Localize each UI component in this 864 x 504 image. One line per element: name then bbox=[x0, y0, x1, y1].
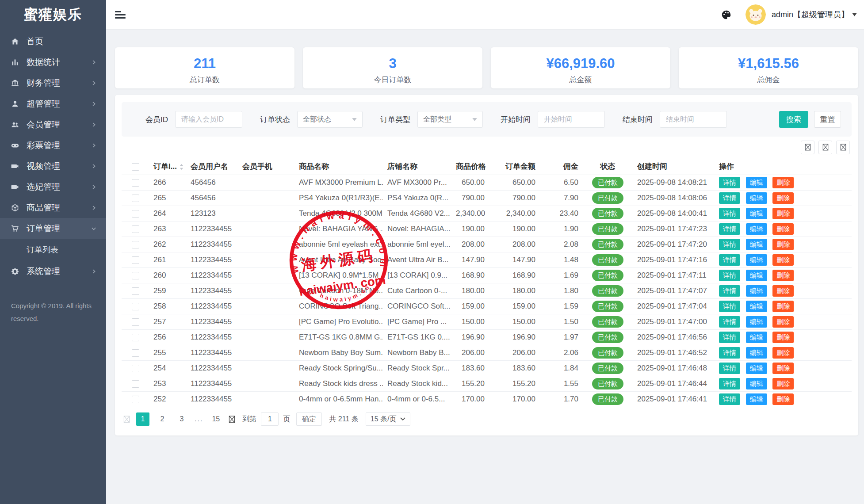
page-number[interactable]: 3 bbox=[175, 412, 188, 426]
detail-button[interactable]: 详情 bbox=[719, 347, 740, 359]
start-time-input[interactable] bbox=[538, 111, 605, 128]
delete-button[interactable]: 删除 bbox=[772, 347, 794, 359]
detail-button[interactable]: 详情 bbox=[719, 285, 740, 297]
detail-button[interactable]: 详情 bbox=[719, 270, 740, 281]
delete-button[interactable]: 删除 bbox=[772, 254, 794, 266]
sidebar-item-orders[interactable]: 订单管理 bbox=[0, 218, 106, 239]
detail-button[interactable]: 详情 bbox=[719, 378, 740, 389]
detail-button[interactable]: 详情 bbox=[719, 393, 740, 405]
row-checkbox[interactable] bbox=[132, 256, 139, 264]
detail-button[interactable]: 详情 bbox=[719, 301, 740, 312]
sidebar-item-products[interactable]: 商品管理 bbox=[0, 197, 106, 218]
detail-button[interactable]: 详情 bbox=[719, 363, 740, 374]
delete-button[interactable]: 删除 bbox=[772, 270, 794, 281]
search-button[interactable]: 搜索 bbox=[779, 111, 808, 128]
edit-button[interactable]: 编辑 bbox=[746, 301, 767, 312]
sidebar-item-finance[interactable]: 财务管理 bbox=[0, 73, 106, 93]
theme-palette-icon[interactable] bbox=[721, 10, 731, 20]
delete-button[interactable]: 删除 bbox=[772, 378, 794, 389]
edit-button[interactable]: 编辑 bbox=[746, 254, 767, 266]
sidebar-item-system[interactable]: 系统管理 bbox=[0, 261, 106, 282]
page-number[interactable]: 2 bbox=[156, 412, 169, 426]
toolbar-filter-icon[interactable] bbox=[801, 141, 814, 154]
sidebar-item-xuanfei[interactable]: 选妃管理 bbox=[0, 176, 106, 197]
edit-button[interactable]: 编辑 bbox=[746, 378, 767, 389]
delete-button[interactable]: 删除 bbox=[772, 301, 794, 312]
username-dropdown[interactable]: admin【超级管理员】 bbox=[772, 9, 849, 20]
detail-button[interactable]: 详情 bbox=[719, 223, 740, 235]
edit-button[interactable]: 编辑 bbox=[746, 177, 767, 188]
row-checkbox[interactable] bbox=[132, 318, 139, 326]
edit-button[interactable]: 编辑 bbox=[746, 239, 767, 250]
detail-button[interactable]: 详情 bbox=[719, 208, 740, 219]
column-order-id[interactable]: 订单I... bbox=[153, 162, 177, 171]
row-checkbox[interactable] bbox=[132, 241, 139, 248]
goto-page-input[interactable] bbox=[261, 412, 279, 426]
menu-toggle-icon[interactable] bbox=[115, 11, 126, 19]
prev-page-icon[interactable] bbox=[123, 416, 130, 423]
delete-button[interactable]: 删除 bbox=[772, 363, 794, 374]
delete-button[interactable]: 删除 bbox=[772, 239, 794, 250]
sidebar-item-order-list[interactable]: 订单列表 bbox=[0, 239, 106, 261]
edit-button[interactable]: 编辑 bbox=[746, 270, 767, 281]
row-checkbox[interactable] bbox=[132, 396, 139, 403]
delete-button[interactable]: 删除 bbox=[772, 332, 794, 343]
edit-button[interactable]: 编辑 bbox=[746, 316, 767, 328]
detail-button[interactable]: 详情 bbox=[719, 239, 740, 250]
users-icon bbox=[11, 120, 20, 129]
page-number-last[interactable]: 15 bbox=[209, 412, 222, 426]
sidebar-item-members[interactable]: 会员管理 bbox=[0, 114, 106, 135]
delete-button[interactable]: 删除 bbox=[772, 208, 794, 219]
order-status-select[interactable]: 全部状态 bbox=[297, 111, 363, 128]
row-checkbox[interactable] bbox=[132, 334, 139, 341]
row-checkbox[interactable] bbox=[132, 380, 139, 388]
delete-button[interactable]: 删除 bbox=[772, 192, 794, 204]
member-id-input[interactable] bbox=[175, 111, 242, 128]
page-size-select[interactable]: 15 条/页 bbox=[366, 412, 411, 426]
order-type-select[interactable]: 全部类型 bbox=[417, 111, 483, 128]
edit-button[interactable]: 编辑 bbox=[746, 393, 767, 405]
detail-button[interactable]: 详情 bbox=[719, 332, 740, 343]
delete-button[interactable]: 删除 bbox=[772, 223, 794, 235]
toolbar-print-icon[interactable] bbox=[836, 141, 850, 154]
edit-button[interactable]: 编辑 bbox=[746, 332, 767, 343]
edit-button[interactable]: 编辑 bbox=[746, 192, 767, 204]
edit-button[interactable]: 编辑 bbox=[746, 347, 767, 359]
edit-button[interactable]: 编辑 bbox=[746, 363, 767, 374]
sidebar-item-home[interactable]: 首页 bbox=[0, 31, 106, 52]
detail-button[interactable]: 详情 bbox=[719, 177, 740, 188]
row-checkbox[interactable] bbox=[132, 287, 139, 295]
row-checkbox[interactable] bbox=[132, 303, 139, 310]
select-all-checkbox[interactable] bbox=[132, 163, 139, 171]
edit-button[interactable]: 编辑 bbox=[746, 223, 767, 235]
delete-button[interactable]: 删除 bbox=[772, 393, 794, 405]
goto-confirm-button[interactable]: 确定 bbox=[296, 412, 322, 426]
row-checkbox[interactable] bbox=[132, 210, 139, 218]
reset-button[interactable]: 重置 bbox=[814, 111, 841, 128]
edit-button[interactable]: 编辑 bbox=[746, 208, 767, 219]
detail-button[interactable]: 详情 bbox=[719, 316, 740, 328]
row-checkbox[interactable] bbox=[132, 272, 139, 279]
user-avatar[interactable] bbox=[745, 4, 766, 25]
delete-button[interactable]: 删除 bbox=[772, 177, 794, 188]
detail-button[interactable]: 详情 bbox=[719, 192, 740, 204]
row-checkbox[interactable] bbox=[132, 349, 139, 357]
edit-button[interactable]: 编辑 bbox=[746, 285, 767, 297]
next-page-icon[interactable] bbox=[229, 416, 235, 423]
status-badge: 已付款 bbox=[592, 223, 623, 235]
row-checkbox[interactable] bbox=[132, 225, 139, 233]
sidebar-item-superadmin[interactable]: 超管管理 bbox=[0, 93, 106, 114]
delete-button[interactable]: 删除 bbox=[772, 316, 794, 328]
delete-button[interactable]: 删除 bbox=[772, 285, 794, 297]
sidebar-item-statistics[interactable]: 数据统计 bbox=[0, 52, 106, 73]
toolbar-export-icon[interactable] bbox=[818, 141, 832, 154]
end-time-input[interactable] bbox=[660, 111, 727, 128]
sort-icon[interactable] bbox=[179, 164, 184, 170]
row-checkbox[interactable] bbox=[132, 195, 139, 202]
sidebar-item-video[interactable]: 视频管理 bbox=[0, 156, 106, 176]
row-checkbox[interactable] bbox=[132, 179, 139, 187]
page-number-current[interactable]: 1 bbox=[136, 412, 149, 426]
sidebar-item-lottery[interactable]: 彩票管理 bbox=[0, 135, 106, 156]
detail-button[interactable]: 详情 bbox=[719, 254, 740, 266]
row-checkbox[interactable] bbox=[132, 365, 139, 372]
